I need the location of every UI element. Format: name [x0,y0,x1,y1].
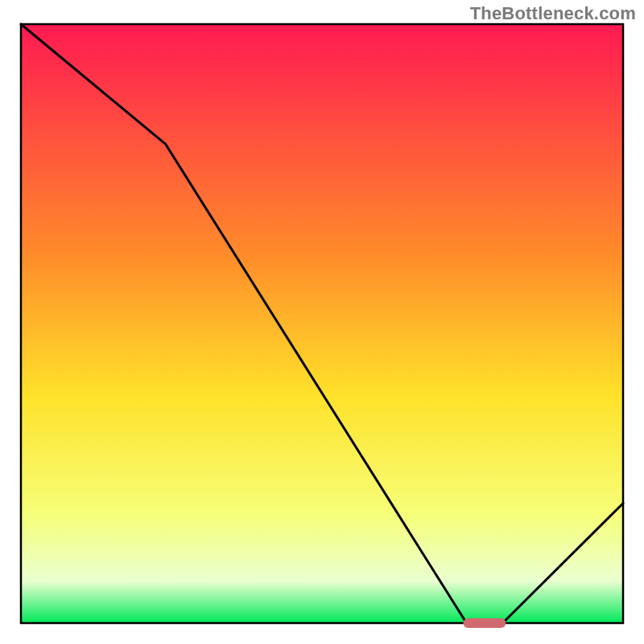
chart-container: TheBottleneck.com [0,0,644,644]
bottleneck-chart [0,0,644,644]
watermark-text: TheBottleneck.com [470,3,636,24]
heat-gradient [21,24,623,623]
plot-area [21,24,623,623]
optimal-range-marker [464,618,506,628]
